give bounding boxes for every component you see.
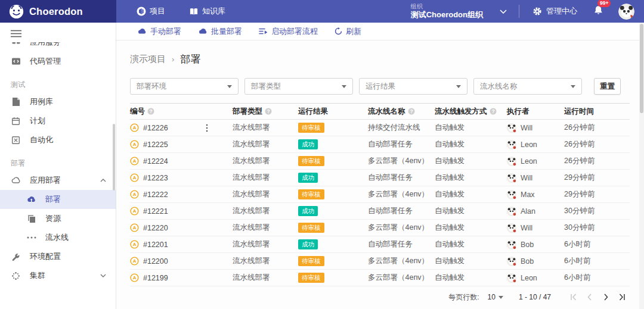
a-badge-icon: A [130,140,139,149]
prev-page-button[interactable] [581,291,597,303]
svg-text:A: A [133,142,137,147]
deploy-id[interactable]: #12201 [143,241,168,249]
sidebar-item-app-deploy[interactable]: 应用部署 [0,171,116,190]
filter-deploy-env[interactable]: 部署环境 [130,78,239,95]
sidebar-item-automation[interactable]: 自动化 [0,130,116,149]
sidebar-item-plan[interactable]: 计划 [0,111,116,130]
filter-pipeline-name[interactable]: 流水线名称 [473,78,582,95]
deploy-id[interactable]: #12225 [143,141,168,149]
deploy-type: 流水线部署 [233,173,270,182]
column-header[interactable]: 流水线名称? [368,104,435,120]
executor-name: Bob [521,257,534,266]
executor-name: Will [521,174,532,182]
column-header[interactable]: 运行时间 [564,104,630,120]
sidebar-item-cluster[interactable]: 集群 [0,266,116,285]
page-title: 部署 [180,52,200,66]
menu-toggle-button[interactable] [0,27,21,42]
help-icon[interactable]: ? [147,108,154,115]
a-badge-icon: A [130,207,139,216]
a-badge-icon: A [130,257,139,266]
a-badge-icon: A [130,240,139,249]
manual-deploy-button[interactable]: 手动部署 [137,26,181,37]
caret-down-icon [571,85,575,88]
page: 演示项目 › 部署 部署环境部署类型运行结果流水线名称重置 编号?部署类型?运行… [116,40,644,309]
automation-icon [11,136,20,145]
row-menu-button[interactable] [204,124,210,132]
org-selector[interactable]: 组织 测试Choerodon组织 [405,3,519,20]
reset-button[interactable]: 重置 [594,78,621,95]
run-time: 26分钟前 [564,123,595,132]
sidebar-item-case-library[interactable]: 用例库 [0,92,116,111]
deploy-type: 流水线部署 [233,190,270,198]
status-badge: 待审核 [298,223,324,233]
admin-center-button[interactable]: 管理中心 [519,6,590,17]
org-value: 测试Choerodon组织 [411,10,483,20]
run-time: 6小时前 [564,273,590,282]
help-icon[interactable]: ? [408,108,415,115]
breadcrumb-parent[interactable]: 演示项目 [130,54,166,65]
a-badge-icon: A [130,173,139,182]
breadcrumb: 演示项目 › 部署 [130,52,630,66]
table-row: A#12225流水线部署成功自动部署任务自动触发Leon26分钟前 [130,136,630,153]
sidebar-item-deploy[interactable]: 部署 [0,190,116,209]
trigger-type: 自动触发 [435,123,465,132]
avatar-mini-icon [507,273,516,283]
deploy-id[interactable]: #12226 [143,124,168,132]
last-page-button[interactable] [614,291,630,303]
deploy-id[interactable]: #12220 [143,224,168,232]
a-badge-icon: A [130,157,139,166]
trigger-type: 自动触发 [435,173,465,182]
svg-text:A: A [133,208,137,214]
deploy-id[interactable]: #12199 [143,274,168,282]
start-pipeline-button[interactable]: 启动部署流程 [259,26,318,37]
run-time: 30分钟前 [564,223,595,232]
deploy-id[interactable]: #12221 [143,207,168,216]
help-icon[interactable]: ? [490,108,497,115]
notifications-button[interactable]: 99+ [590,5,606,17]
deploy-id[interactable]: #12223 [143,174,168,182]
sidebar-item-resources[interactable]: 资源 [0,209,116,228]
sidebar-item-code-management[interactable]: 代码管理 [0,52,116,71]
column-header[interactable]: 执行者 [507,104,564,120]
filter-deploy-type[interactable]: 部署类型 [244,78,353,95]
sidebar-item-pipeline[interactable]: 流水线 [0,228,116,247]
knowledge-icon [189,7,199,16]
page-scrollbar[interactable] [639,23,644,309]
refresh-button[interactable]: 刷新 [335,26,361,37]
batch-deploy-button[interactable]: 批量部署 [198,26,242,37]
filter-run-result[interactable]: 运行结果 [359,78,467,95]
status-badge: 待审核 [298,123,324,133]
help-icon[interactable]: ? [265,108,272,115]
next-page-button[interactable] [597,291,614,303]
page-scrollbar-thumb[interactable] [640,24,643,113]
column-header[interactable]: 部署类型? [233,104,298,120]
avatar-mini-icon [507,123,516,133]
sidebar-item-env-config[interactable]: 环境配置 [0,247,116,266]
sidebar-item-code-management-label: 代码管理 [30,56,61,67]
chevron-up-icon [100,179,106,182]
first-page-button[interactable] [565,291,581,303]
column-header[interactable]: 运行结果 [298,104,368,120]
status-badge: 成功 [298,139,318,149]
user-avatar[interactable] [618,4,634,20]
org-label: 组织 [411,3,483,11]
rows-per-page-select[interactable]: 10 [488,293,503,301]
column-header[interactable]: 编号? [130,104,233,120]
sidebar-item-app-service[interactable]: 应用服务 [0,42,116,52]
deploy-id[interactable]: #12222 [143,191,168,199]
table-row: A#12222流水线部署待审核多云部署（4env）自动触发Max29分钟前 [130,186,630,203]
brand[interactable]: Choerodon [0,0,116,23]
column-header[interactable]: 流水线触发方式? [435,104,507,120]
a-badge-icon: A [130,123,139,132]
executor-name: Alan [521,207,535,216]
sidebar-item-automation-label: 自动化 [30,135,53,145]
deploy-id[interactable]: #12224 [143,157,168,166]
pipeline-name: 多云部署（4env） [368,273,429,282]
deploy-id[interactable]: #12200 [143,257,168,266]
trigger-type: 自动触发 [435,140,465,148]
nav-project[interactable]: 项目 [137,6,165,17]
cloud-upload-icon [26,196,36,203]
avatar-mini-icon [507,173,516,183]
nav-knowledge-base[interactable]: 知识库 [189,6,225,17]
sidebar-scrollbar-thumb[interactable] [113,124,115,191]
